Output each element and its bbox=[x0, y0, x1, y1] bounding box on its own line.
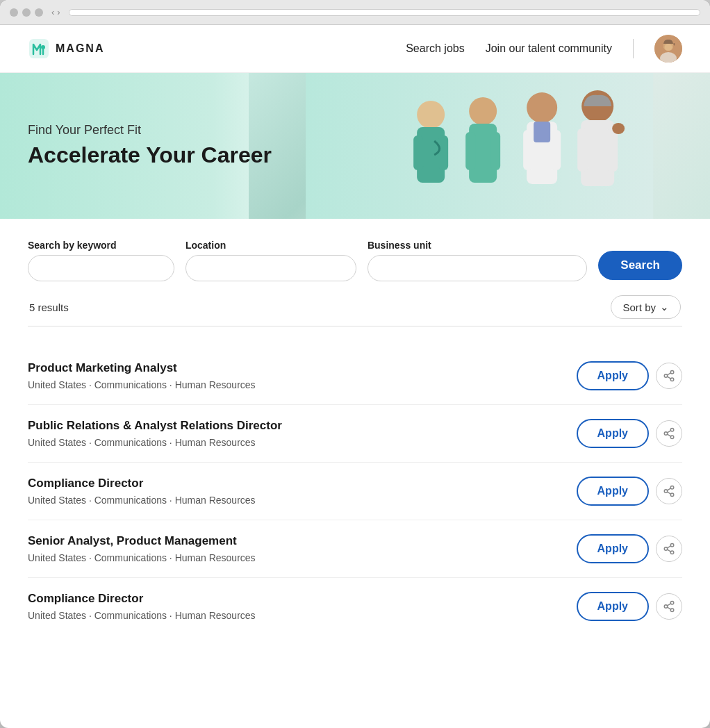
sort-chevron-icon: ⌄ bbox=[660, 301, 669, 313]
apply-button[interactable]: Apply bbox=[577, 361, 649, 390]
share-button[interactable] bbox=[656, 536, 682, 562]
svg-point-12 bbox=[469, 97, 497, 125]
job-title: Product Marketing Analyst bbox=[28, 361, 256, 375]
job-info: Senior Analyst, Product Management Unite… bbox=[28, 534, 256, 563]
keyword-input[interactable] bbox=[28, 255, 174, 281]
search-button[interactable]: Search bbox=[598, 251, 682, 280]
share-icon bbox=[663, 543, 675, 555]
hero-subtitle: Find Your Perfect Fit bbox=[28, 123, 272, 138]
job-actions: Apply bbox=[577, 534, 682, 563]
job-meta: United States · Communications · Human R… bbox=[28, 552, 256, 563]
share-button[interactable] bbox=[656, 363, 682, 389]
job-actions: Apply bbox=[577, 477, 682, 506]
hero-illustration bbox=[249, 73, 710, 219]
job-actions: Apply bbox=[577, 419, 682, 448]
share-button[interactable] bbox=[656, 593, 682, 620]
url-bar[interactable] bbox=[69, 9, 700, 16]
business-field-group: Business unit bbox=[368, 240, 587, 281]
job-info: Compliance Director United States · Comm… bbox=[28, 477, 256, 506]
keyword-label: Search by keyword bbox=[28, 240, 174, 251]
job-title: Compliance Director bbox=[28, 592, 256, 606]
apply-button[interactable]: Apply bbox=[577, 419, 649, 448]
svg-rect-14 bbox=[465, 132, 475, 170]
divider bbox=[28, 326, 682, 326]
hero-title: Accelerate Your Career bbox=[28, 142, 272, 168]
browser-dots bbox=[10, 8, 43, 17]
nav-talent-community[interactable]: Join our talent community bbox=[486, 42, 612, 55]
share-icon bbox=[663, 485, 675, 497]
business-label: Business unit bbox=[368, 240, 587, 251]
svg-rect-15 bbox=[490, 132, 500, 170]
nav-divider bbox=[633, 39, 634, 58]
job-info: Public Relations & Analyst Relations Dir… bbox=[28, 419, 282, 448]
svg-line-29 bbox=[667, 377, 670, 379]
avatar-image bbox=[654, 35, 682, 63]
job-item: Senior Analyst, Product Management Unite… bbox=[28, 520, 682, 578]
nav-search-jobs[interactable]: Search jobs bbox=[406, 42, 465, 55]
results-bar: 5 results Sort by ⌄ bbox=[28, 295, 682, 326]
logo-text: MAGNA bbox=[56, 42, 104, 55]
share-icon bbox=[663, 427, 675, 440]
job-item: Product Marketing Analyst United States … bbox=[28, 347, 682, 405]
share-button[interactable] bbox=[656, 478, 682, 504]
job-title: Senior Analyst, Product Management bbox=[28, 534, 256, 548]
svg-line-34 bbox=[667, 434, 670, 436]
dot-red bbox=[10, 8, 18, 17]
back-icon[interactable]: ‹ bbox=[51, 7, 54, 17]
browser-window: ‹ › MAGNA Search jobs Join our talent co… bbox=[0, 0, 710, 728]
svg-line-35 bbox=[667, 431, 670, 433]
job-title: Public Relations & Analyst Relations Dir… bbox=[28, 419, 282, 433]
job-item: Compliance Director United States · Comm… bbox=[28, 463, 682, 520]
svg-line-45 bbox=[667, 546, 670, 548]
nav-links: Search jobs Join our talent community bbox=[406, 35, 682, 63]
svg-point-16 bbox=[527, 92, 557, 123]
logo: MAGNA bbox=[28, 38, 104, 60]
sort-dropdown[interactable]: Sort by ⌄ bbox=[611, 295, 681, 319]
svg-rect-11 bbox=[438, 135, 448, 170]
job-item: Public Relations & Analyst Relations Dir… bbox=[28, 405, 682, 463]
job-item: Compliance Director United States · Comm… bbox=[28, 578, 682, 635]
job-meta: United States · Communications · Human R… bbox=[28, 437, 282, 448]
svg-line-44 bbox=[667, 549, 670, 552]
hero-text: Find Your Perfect Fit Accelerate Your Ca… bbox=[28, 123, 272, 168]
results-count: 5 results bbox=[29, 301, 69, 313]
apply-button[interactable]: Apply bbox=[577, 477, 649, 506]
svg-line-39 bbox=[667, 492, 670, 494]
job-list: Product Marketing Analyst United States … bbox=[0, 347, 710, 656]
job-info: Product Marketing Analyst United States … bbox=[28, 361, 256, 390]
svg-point-25 bbox=[612, 123, 625, 134]
svg-rect-19 bbox=[550, 130, 561, 170]
location-field-group: Location bbox=[185, 240, 356, 281]
nav-arrows[interactable]: ‹ › bbox=[51, 7, 60, 17]
keyword-field-group: Search by keyword bbox=[28, 240, 174, 281]
search-section: Search by keyword Location Business unit… bbox=[0, 219, 710, 347]
hero-banner: Find Your Perfect Fit Accelerate Your Ca… bbox=[0, 73, 710, 219]
svg-point-8 bbox=[417, 101, 445, 129]
business-input[interactable] bbox=[368, 255, 587, 281]
forward-icon[interactable]: › bbox=[57, 7, 60, 17]
hero-image bbox=[249, 73, 710, 219]
dot-green bbox=[35, 8, 43, 17]
share-icon bbox=[663, 600, 675, 613]
site-header: MAGNA Search jobs Join our talent commun… bbox=[0, 25, 710, 73]
browser-chrome: ‹ › bbox=[0, 0, 710, 25]
location-input[interactable] bbox=[185, 255, 356, 281]
sort-label: Sort by bbox=[622, 301, 656, 313]
svg-rect-0 bbox=[29, 39, 49, 58]
search-fields: Search by keyword Location Business unit… bbox=[28, 240, 682, 281]
job-actions: Apply bbox=[577, 361, 682, 390]
user-avatar[interactable] bbox=[654, 35, 682, 63]
share-button[interactable] bbox=[656, 420, 682, 447]
job-info: Compliance Director United States · Comm… bbox=[28, 592, 256, 621]
svg-point-6 bbox=[665, 44, 672, 51]
apply-button[interactable]: Apply bbox=[577, 534, 649, 563]
job-actions: Apply bbox=[577, 592, 682, 621]
location-label: Location bbox=[185, 240, 356, 251]
svg-rect-24 bbox=[606, 129, 618, 172]
job-meta: United States · Communications · Human R… bbox=[28, 379, 256, 390]
svg-line-40 bbox=[667, 488, 670, 490]
svg-rect-20 bbox=[534, 122, 550, 142]
magna-logo-icon bbox=[28, 38, 50, 60]
svg-rect-18 bbox=[523, 130, 534, 170]
apply-button[interactable]: Apply bbox=[577, 592, 649, 621]
